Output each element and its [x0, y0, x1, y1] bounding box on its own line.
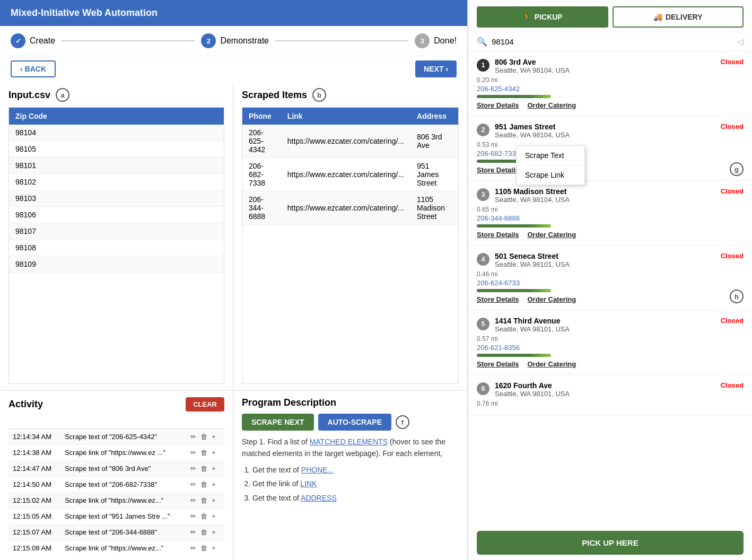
step-link-1[interactable]: LINK	[300, 479, 317, 488]
input-csv-table: Zip Code 9810498105981019810298103981069…	[9, 108, 224, 273]
activity-cell: Scrape text of "806 3rd Ave"	[60, 461, 185, 477]
pickup-here-button[interactable]: PICK UP HERE	[477, 531, 744, 555]
program-circle-f: f	[396, 415, 409, 429]
store-info: 1620 Fourth Ave Seattle, WA 98101, USA	[495, 381, 715, 398]
store-status: Closed	[721, 381, 744, 389]
edit-icon[interactable]: ✏	[189, 463, 197, 474]
list-item: 98106	[9, 207, 224, 223]
store-link[interactable]: Store Details	[477, 101, 519, 109]
edit-icon[interactable]: ✏	[189, 527, 197, 537]
store-info: 806 3rd Ave Seattle, WA 98104, USA	[495, 58, 715, 74]
store-circle-h: h	[730, 290, 744, 303]
edit-icon[interactable]: ✏	[189, 479, 197, 489]
add-icon[interactable]: +	[211, 448, 217, 458]
store-link[interactable]: Order Catering	[527, 360, 576, 368]
store-header: 5 1414 Third Avenue Seattle, WA 98101, U…	[477, 317, 744, 333]
main-content-bottom: Activity CLEAR Timestamp Activity 12:14:…	[0, 390, 467, 560]
store-item: 4 501 Seneca Street Seattle, WA 98101, U…	[468, 246, 752, 310]
store-link[interactable]: Order Catering	[527, 101, 576, 109]
table-row: 206-682-7338https://www.ezcater.com/cate…	[242, 158, 458, 191]
store-link[interactable]: Store Details	[477, 360, 519, 368]
list-item: 98109	[9, 256, 224, 273]
store-status: Closed	[721, 122, 744, 130]
store-header: 4 501 Seneca Street Seattle, WA 98101, U…	[477, 252, 744, 268]
activity-cell: Scrape text of "206-344-6888"	[60, 524, 185, 540]
step-letter: Get the text of	[252, 494, 301, 502]
edit-icon[interactable]: ✏	[189, 495, 197, 505]
next-button[interactable]: NEXT ›	[415, 60, 457, 77]
delete-icon[interactable]: 🗑	[199, 511, 208, 521]
zipcode-value: 98101	[9, 158, 224, 174]
store-item: 6 1620 Fourth Ave Seattle, WA 98101, USA…	[468, 375, 752, 415]
store-name: 1620 Fourth Ave	[495, 381, 715, 390]
store-header: 6 1620 Fourth Ave Seattle, WA 98101, USA…	[477, 381, 744, 398]
right-panel: 🚶 PICKUP 🚚 DELIVERY 🔍 ◁ 1 806 3rd Ave Se…	[468, 0, 752, 560]
delete-icon[interactable]: 🗑	[199, 527, 208, 537]
back-button[interactable]: ‹ BACK	[11, 60, 56, 77]
scrape-next-button[interactable]: SCRAPE NEXT	[242, 414, 314, 431]
activity-icons: ✏🗑+	[189, 448, 220, 458]
zipcode-value: 98108	[9, 240, 224, 256]
store-link[interactable]: Order Catering	[527, 231, 576, 239]
add-icon[interactable]: +	[211, 495, 217, 505]
add-icon[interactable]: +	[211, 463, 217, 474]
activity-icons: ✏🗑+	[189, 543, 220, 553]
program-title: Program Description	[242, 397, 459, 408]
store-header: 3 1105 Madison Street Seattle, WA 98104,…	[477, 187, 744, 204]
scrape-text-menu-item[interactable]: Scrape Text	[517, 146, 584, 165]
timestamp-cell: 12:14:50 AM	[8, 477, 60, 493]
step-link-2[interactable]: ADDRESS	[301, 494, 337, 502]
clear-button[interactable]: CLEAR	[186, 397, 224, 412]
add-icon[interactable]: +	[211, 543, 217, 553]
edit-icon[interactable]: ✏	[189, 511, 197, 521]
step-create: ✓ Create	[11, 33, 55, 48]
edit-icon[interactable]: ✏	[189, 432, 197, 442]
list-item: 98102	[9, 174, 224, 190]
timestamp-cell: 12:15:05 AM	[8, 509, 60, 524]
phone-bar	[477, 95, 551, 98]
search-input[interactable]	[492, 37, 733, 46]
store-link[interactable]: Store Details	[477, 166, 519, 174]
activity-header: Activity CLEAR	[8, 397, 224, 412]
store-item: 5 1414 Third Avenue Seattle, WA 98101, U…	[468, 310, 752, 375]
scraped-column-header: Address	[410, 108, 458, 125]
delete-icon[interactable]: 🗑	[199, 432, 208, 442]
auto-scrape-button[interactable]: AUTO-SCRAPE	[318, 414, 391, 431]
store-status: Closed	[721, 58, 744, 66]
delete-icon[interactable]: 🗑	[199, 479, 208, 489]
pickup-tab[interactable]: 🚶 PICKUP	[477, 6, 608, 28]
add-icon[interactable]: +	[211, 479, 217, 489]
matched-elements-link[interactable]: MATCHED ELEMENTS	[310, 438, 388, 446]
delete-icon[interactable]: 🗑	[199, 495, 208, 505]
scraped-column-header: Phone	[242, 108, 281, 125]
step-create-circle: ✓	[11, 33, 25, 48]
edit-icon[interactable]: ✏	[189, 448, 197, 458]
phone-bar	[477, 289, 551, 292]
store-link[interactable]: Store Details	[477, 295, 519, 303]
left-panel: Mixed-Initiative Web Automation ✓ Create…	[0, 0, 468, 560]
add-icon[interactable]: +	[211, 511, 217, 521]
store-link[interactable]: Store Details	[477, 231, 519, 239]
add-icon[interactable]: +	[211, 527, 217, 537]
store-phone: 206-344-6888	[477, 214, 744, 222]
store-address: Seattle, WA 98101, USA	[495, 325, 715, 333]
table-row: 12:15:02 AMScrape link of "https://www.e…	[8, 493, 224, 509]
delivery-icon: 🚚	[653, 13, 662, 21]
store-link[interactable]: Order Catering	[527, 295, 576, 303]
add-icon[interactable]: +	[211, 432, 217, 442]
delivery-tab[interactable]: 🚚 DELIVERY	[613, 6, 744, 28]
scrape-link-menu-item[interactable]: Scrape Link	[517, 165, 584, 185]
delete-icon[interactable]: 🗑	[199, 543, 208, 553]
list-item: 98104	[9, 125, 224, 141]
delete-icon[interactable]: 🗑	[199, 463, 208, 474]
input-csv-section: Input.csv a Zip Code 9810498105981019810…	[0, 82, 233, 390]
store-info: 951 James Street Seattle, WA 98104, USA	[495, 122, 715, 139]
store-info: 1105 Madison Street Seattle, WA 98104, U…	[495, 187, 715, 204]
store-name: 501 Seneca Street	[495, 252, 715, 260]
program-step: Get the text of ADDRESS	[252, 492, 459, 504]
edit-icon[interactable]: ✏	[189, 543, 197, 553]
step-done: 3 Done!	[415, 33, 457, 48]
step-link-0[interactable]: PHONE...	[301, 466, 334, 474]
table-row: 12:15:05 AMScrape text of "951 James Str…	[8, 509, 224, 524]
delete-icon[interactable]: 🗑	[199, 448, 208, 458]
